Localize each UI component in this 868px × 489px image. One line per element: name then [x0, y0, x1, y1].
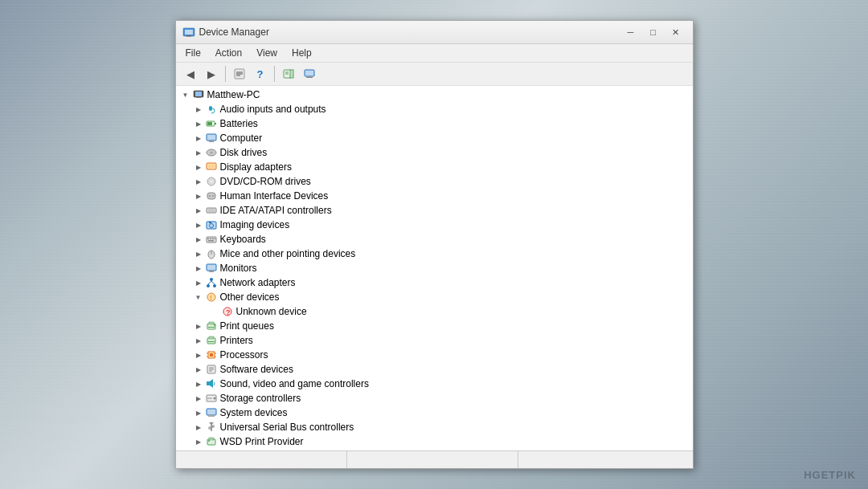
list-item[interactable]: ▶ Disk drives [176, 145, 693, 160]
expander[interactable]: ▶ [192, 406, 205, 419]
expander[interactable]: ▶ [192, 146, 205, 159]
list-item[interactable]: ▶ Software devices [176, 362, 693, 377]
list-item[interactable]: ▶ Storage controllers [176, 391, 693, 405]
svg-rect-17 [209, 106, 212, 111]
list-item[interactable]: ▶ Human Interface Devices [176, 189, 693, 203]
expander[interactable]: ▶ [192, 189, 205, 202]
maximize-button[interactable]: □ [643, 25, 664, 39]
menu-action[interactable]: Action [209, 46, 248, 60]
device-tree[interactable]: ▼ Matthew-PC ▶ Audio inputs and outputs … [176, 86, 693, 450]
list-item[interactable]: ▶ Mice and other pointing devices [176, 247, 693, 261]
computer-icon [205, 132, 218, 145]
svg-rect-29 [207, 193, 215, 199]
svg-rect-13 [306, 77, 313, 78]
svg-rect-20 [207, 122, 212, 125]
expander[interactable]: ▶ [192, 175, 205, 188]
svg-point-60 [214, 324, 215, 326]
svg-rect-58 [209, 322, 214, 324]
root-expander[interactable]: ▼ [179, 88, 192, 101]
list-item[interactable]: ▶ System devices [176, 405, 693, 420]
display-icon [205, 161, 218, 173]
svg-point-76 [213, 397, 215, 400]
list-item[interactable]: ▶ Print queues [176, 319, 693, 333]
expander[interactable]: ▼ [192, 291, 205, 304]
imaging-icon [205, 218, 218, 231]
expander[interactable]: ▶ [192, 233, 205, 246]
menu-file[interactable]: File [179, 46, 207, 60]
expander[interactable]: ▶ [192, 161, 205, 173]
svg-line-52 [211, 281, 215, 284]
svg-rect-78 [207, 409, 216, 415]
keyboard-icon [205, 233, 218, 246]
list-item[interactable]: ▼ ! Other devices [176, 290, 693, 304]
svg-rect-1 [185, 30, 193, 35]
item-label: Keyboards [220, 234, 266, 245]
properties-button[interactable] [230, 65, 249, 83]
list-item[interactable]: ▶ Monitors [176, 261, 693, 275]
expander[interactable]: ▶ [192, 262, 205, 275]
expander[interactable]: ▶ [192, 204, 205, 217]
list-item[interactable]: ▶ Universal Serial Bus controllers [176, 420, 693, 434]
svg-point-48 [210, 278, 213, 281]
list-item[interactable]: ▶ WSD Print Provider [176, 434, 693, 449]
status-bar [176, 450, 693, 468]
list-item[interactable]: ▶ Computer [176, 131, 693, 145]
device-manager-window: Device Manager ─ □ ✕ File Action View He… [175, 20, 694, 469]
expander[interactable]: ▶ [192, 334, 205, 347]
expander[interactable]: ▶ [192, 117, 205, 130]
item-label: Audio inputs and outputs [220, 104, 326, 115]
tree-root[interactable]: ▼ Matthew-PC [176, 88, 693, 102]
status-segment-1 [179, 451, 347, 468]
title-bar-left: Device Manager [182, 26, 269, 39]
expander[interactable]: ▶ [192, 377, 205, 390]
expander[interactable]: ▶ [192, 363, 205, 376]
menu-view[interactable]: View [250, 46, 284, 60]
list-item[interactable]: ▶ ? Unknown device [176, 304, 693, 319]
toolbar: ◀ ▶ ? [176, 63, 693, 86]
other-icon: ! [205, 291, 218, 304]
expander[interactable]: ▶ [192, 421, 205, 434]
help-button[interactable]: ? [251, 65, 270, 83]
usb-icon [205, 421, 218, 434]
item-label: Monitors [220, 263, 257, 274]
monitor-button[interactable] [300, 65, 319, 83]
expander[interactable]: ▶ [192, 320, 205, 332]
list-item[interactable]: ▶ Imaging devices [176, 218, 693, 232]
close-button[interactable]: ✕ [665, 25, 686, 39]
list-item[interactable]: ▶ Batteries [176, 116, 693, 131]
menu-help[interactable]: Help [285, 46, 318, 60]
list-item[interactable]: ▶ Processors [176, 348, 693, 362]
item-label: Display adapters [220, 161, 292, 173]
root-label: Matthew-PC [207, 89, 260, 100]
list-item[interactable]: ▶ DVD/CD-ROM drives [176, 174, 693, 189]
forward-button[interactable]: ▶ [202, 65, 221, 83]
item-label: Storage controllers [220, 393, 301, 404]
menu-bar: File Action View Help [176, 44, 693, 63]
expander[interactable]: ▶ [192, 103, 205, 116]
list-item[interactable]: ▶ Network adapters [176, 275, 693, 290]
expander[interactable]: ▶ [192, 218, 205, 231]
window-icon [182, 26, 195, 39]
minimize-button[interactable]: ─ [620, 25, 641, 39]
list-item[interactable]: ▶ Display adapters [176, 160, 693, 174]
expander[interactable]: ▶ [192, 392, 205, 405]
expander[interactable]: ▶ [192, 348, 205, 361]
list-item[interactable]: ▶ Keyboards [176, 232, 693, 247]
update-button[interactable] [279, 65, 298, 83]
list-item[interactable]: ▶ Sound, video and game controllers [176, 377, 693, 391]
item-label: Unknown device [236, 306, 307, 317]
item-label: System devices [220, 407, 288, 418]
expander[interactable]: ▶ [192, 132, 205, 145]
list-item[interactable]: ▶ Audio inputs and outputs [176, 102, 693, 116]
mouse-icon [205, 247, 218, 260]
printqueue-icon [205, 320, 218, 332]
software-icon [205, 363, 218, 376]
expander[interactable]: ▶ [192, 247, 205, 260]
list-item[interactable]: ▶ Printers [176, 333, 693, 348]
list-item[interactable]: ▶ IDE ATA/ATAPI controllers [176, 203, 693, 218]
back-button[interactable]: ◀ [181, 65, 200, 83]
svg-rect-32 [207, 208, 216, 213]
expander[interactable]: ▶ [192, 435, 205, 448]
expander[interactable]: ▶ [192, 276, 205, 289]
battery-icon [205, 117, 218, 130]
